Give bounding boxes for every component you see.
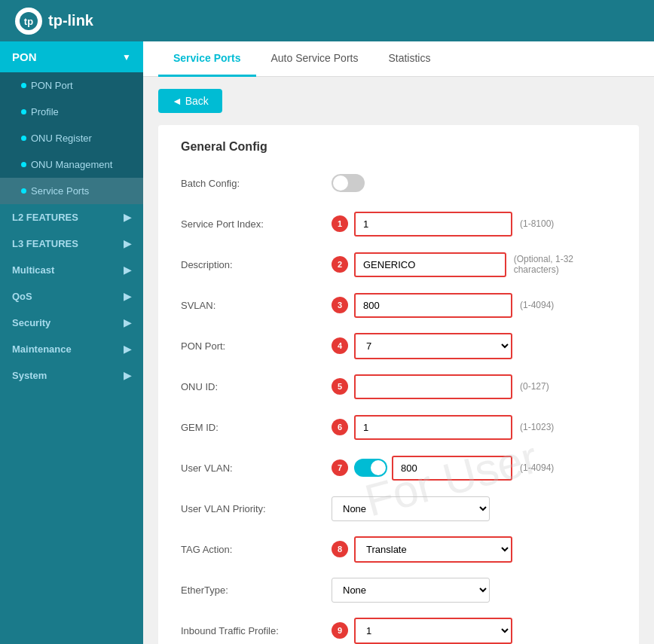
sidebar-l2[interactable]: L2 FEATURES ▶ <box>0 204 143 230</box>
sidebar-item-pon-port[interactable]: PON Port <box>0 72 143 99</box>
main-content: Service Ports Auto Service Ports Statist… <box>143 41 654 644</box>
layout: PON ▼ PON Port Profile ONU Register ONU … <box>0 41 654 644</box>
form-row-gem-id: GEM ID: 6 (1-1023) <box>181 413 616 441</box>
badge-6: 6 <box>332 419 348 435</box>
select-tag-action[interactable]: Translate <box>354 536 512 563</box>
control-batch-config <box>332 174 616 192</box>
back-button[interactable]: ◄ Back <box>158 89 222 113</box>
hint-user-vlan: (1-4094) <box>520 462 554 473</box>
input-service-port-index[interactable] <box>354 212 512 237</box>
sidebar-item-onu-register[interactable]: ONU Register <box>0 125 143 151</box>
sidebar-security[interactable]: Security ▶ <box>0 310 143 336</box>
sidebar-pon-items: PON Port Profile ONU Register ONU Manage… <box>0 72 143 204</box>
label-service-port-index: Service Port Index: <box>181 218 332 230</box>
chevron-right-icon: ▶ <box>124 317 131 328</box>
form-row-batch-config: Batch Config: <box>181 169 616 197</box>
badge-2: 2 <box>332 256 348 273</box>
control-ethertype: None <box>332 578 616 603</box>
hint-service-port-index: (1-8100) <box>520 218 554 229</box>
sidebar-item-profile[interactable]: Profile <box>0 99 143 125</box>
chevron-right-icon: ▶ <box>124 238 131 249</box>
form-row-inbound: Inbound Traffic Profile: 9 1 <box>181 616 616 644</box>
control-user-vlan-priority: None <box>332 496 616 521</box>
form-row-onu-id: ONU ID: 5 (0-127) <box>181 372 616 401</box>
select-inbound[interactable]: 1 <box>354 618 512 644</box>
badge-9: 9 <box>332 622 348 639</box>
input-user-vlan[interactable] <box>392 456 512 481</box>
label-inbound: Inbound Traffic Profile: <box>181 625 332 636</box>
chevron-right-icon: ▶ <box>124 291 131 302</box>
sidebar-item-service-ports[interactable]: Service Ports <box>0 178 143 204</box>
control-onu-id: 5 (0-127) <box>332 374 616 399</box>
label-tag-action: TAG Action: <box>181 544 332 555</box>
sidebar-pon[interactable]: PON ▼ <box>0 41 143 72</box>
form-row-tag-action: TAG Action: 8 Translate <box>181 535 616 563</box>
sidebar-qos[interactable]: QoS ▶ <box>0 283 143 310</box>
select-ethertype[interactable]: None <box>332 578 490 603</box>
input-gem-id[interactable] <box>354 415 512 440</box>
tab-service-ports[interactable]: Service Ports <box>158 41 256 77</box>
label-ethertype: EtherType: <box>181 584 332 596</box>
logo-text: tp-link <box>48 12 93 29</box>
hint-description: (Optional, 1-32 characters) <box>514 254 616 275</box>
input-svlan[interactable] <box>354 293 512 318</box>
chevron-right-icon: ▶ <box>124 212 131 223</box>
tab-bar: Service Ports Auto Service Ports Statist… <box>143 41 654 77</box>
dot-icon <box>21 188 26 194</box>
chevron-right-icon: ▶ <box>124 264 131 276</box>
label-pon-port: PON Port: <box>181 340 332 352</box>
chevron-right-icon: ▶ <box>124 370 131 381</box>
form-container: For User General Config Batch Config: Se… <box>158 125 639 644</box>
badge-4: 4 <box>332 337 348 354</box>
form-row-service-port-index: Service Port Index: 1 (1-8100) <box>181 209 616 238</box>
form-row-user-vlan-priority: User VLAN Priority: None <box>181 494 616 523</box>
sidebar-multicast[interactable]: Multicast ▶ <box>0 257 143 283</box>
control-service-port-index: 1 (1-8100) <box>332 212 616 237</box>
input-description[interactable] <box>354 252 506 277</box>
toggle-batch-config[interactable] <box>332 174 365 192</box>
svg-text:tp: tp <box>24 16 33 27</box>
toggle-user-vlan[interactable] <box>354 459 387 477</box>
dot-icon <box>21 83 26 88</box>
label-user-vlan-priority: User VLAN Priority: <box>181 503 332 514</box>
select-pon-port[interactable]: 7 <box>354 333 512 359</box>
form-row-pon-port: PON Port: 4 7 <box>181 331 616 360</box>
hint-svlan: (1-4094) <box>520 300 554 310</box>
label-gem-id: GEM ID: <box>181 422 332 433</box>
sidebar: PON ▼ PON Port Profile ONU Register ONU … <box>0 41 143 644</box>
control-inbound: 9 1 <box>332 618 616 644</box>
dot-icon <box>21 162 26 167</box>
sidebar-l3[interactable]: L3 FEATURES ▶ <box>0 230 143 257</box>
control-gem-id: 6 (1-1023) <box>332 415 616 440</box>
hint-gem-id: (1-1023) <box>520 422 554 432</box>
dot-icon <box>21 136 26 141</box>
sidebar-item-onu-management[interactable]: ONU Management <box>0 151 143 178</box>
badge-3: 3 <box>332 297 348 313</box>
sidebar-system[interactable]: System ▶ <box>0 362 143 389</box>
select-user-vlan-priority[interactable]: None <box>332 496 490 521</box>
badge-8: 8 <box>332 541 348 557</box>
form-row-user-vlan: User VLAN: 7 (1-4094) <box>181 453 616 482</box>
input-onu-id[interactable] <box>354 374 512 399</box>
user-vlan-wrap <box>354 456 512 481</box>
control-tag-action: 8 Translate <box>332 536 616 563</box>
form-row-description: Description: 2 (Optional, 1-32 character… <box>181 250 616 279</box>
tab-auto-service-ports[interactable]: Auto Service Ports <box>256 41 374 77</box>
control-user-vlan: 7 (1-4094) <box>332 456 616 481</box>
label-description: Description: <box>181 259 332 270</box>
badge-5: 5 <box>332 378 348 395</box>
label-batch-config: Batch Config: <box>181 178 332 189</box>
sidebar-maintenance[interactable]: Maintenance ▶ <box>0 336 143 362</box>
form-row-ethertype: EtherType: None <box>181 575 616 604</box>
logo: tp tp-link <box>15 8 93 35</box>
tab-statistics[interactable]: Statistics <box>373 41 445 77</box>
back-area: ◄ Back <box>143 77 654 125</box>
control-description: 2 (Optional, 1-32 characters) <box>332 252 616 277</box>
chevron-right-icon: ▶ <box>124 343 131 355</box>
control-svlan: 3 (1-4094) <box>332 293 616 318</box>
control-pon-port: 4 7 <box>332 333 616 359</box>
label-svlan: SVLAN: <box>181 300 332 311</box>
badge-1: 1 <box>332 215 348 232</box>
chevron-down-icon: ▼ <box>122 52 131 63</box>
label-user-vlan: User VLAN: <box>181 462 332 474</box>
